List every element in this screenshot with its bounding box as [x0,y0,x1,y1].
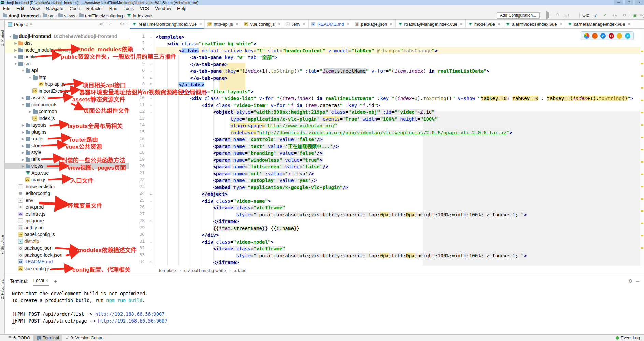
yellow-browser-icon[interactable] [617,33,622,39]
tree-item-index.js[interactable]: JSindex.js [5,115,129,122]
tree-item-node_modules[interactable]: ▶node_moduleslibrary root [5,46,129,53]
warning-stripe-mark[interactable] [641,235,643,236]
tree-item-dist.zip[interactable]: Zdist.zip [5,238,129,245]
tree-item-common[interactable]: ▶common [5,108,129,115]
statusbar-todo[interactable]: ☰6: TODO [5,335,33,341]
close-icon[interactable]: ✕ [559,22,562,26]
editor-breadcrumb-item[interactable]: div.realTime.bg-white [184,268,226,273]
tree-item-public[interactable]: ▶public [5,53,129,60]
menu-tools[interactable]: Tools [120,5,137,12]
fold-marker-icon[interactable]: ⊡ [149,260,152,264]
tree-item-vue.config.js[interactable]: JSvue.config.js [5,265,129,272]
error-stripe[interactable] [640,29,644,266]
git-commit-icon[interactable]: ✓ [603,13,607,18]
warning-stripe-mark[interactable] [641,137,643,138]
menu-code[interactable]: Code [67,5,83,12]
collapse-all-icon[interactable]: ÷ [109,22,111,26]
editor-tab-vue.config.js[interactable]: JSvue.config.js✕ [241,20,283,28]
chevron-right-icon[interactable]: ▶ [21,96,25,100]
tree-item-babel.config.js[interactable]: JSbabel.config.js [5,231,129,238]
coverage-icon[interactable]: ◫ [564,13,569,18]
tool-window-project[interactable]: 1: Project [0,30,4,46]
editor-tab-alarmVideos-index.vue[interactable]: alarmVideos\index.vue✕ [503,20,565,28]
tree-item-http[interactable]: ▼http [5,74,129,81]
locate-file-icon[interactable]: ⊕ [100,22,103,26]
close-icon[interactable]: ✕ [460,22,463,26]
tool-window-structure[interactable]: 7: Structure [0,235,4,255]
tool-window-favorites[interactable]: 2: Favorites [0,279,4,299]
git-update-icon[interactable]: ↙ [594,13,598,18]
tree-item-src[interactable]: ▼src [5,60,129,67]
tree-item-.env.prod[interactable]: ≡.env.prod [5,204,129,210]
warning-stripe-mark[interactable] [641,161,643,163]
statusbar-terminal[interactable]: ›_Terminal [33,335,62,341]
chevron-right-icon[interactable]: ▶ [14,41,17,45]
editor-breadcrumb-item[interactable]: template [159,268,176,273]
warning-stripe-mark[interactable] [641,112,643,113]
tree-item-utils[interactable]: ▶utils [5,156,129,163]
close-icon[interactable]: ✕ [45,278,48,283]
safari-icon[interactable]: e [600,33,606,39]
rollback-icon[interactable]: ↺ [622,13,626,18]
run-icon[interactable] [546,13,549,18]
tree-item-README.md[interactable]: MREADME.md [5,258,129,265]
close-icon[interactable]: ✕ [346,22,349,26]
tree-item-router[interactable]: ▶router [5,135,129,142]
fold-marker-icon[interactable]: ⌄ [149,110,152,113]
gear-icon[interactable]: ⚙ [120,22,124,26]
fold-marker-icon[interactable]: ⌄ [149,247,152,250]
fold-marker-icon[interactable]: ⌄ [149,96,152,100]
menu-edit[interactable]: Edit [13,5,27,12]
close-icon[interactable]: ✕ [235,22,239,26]
breadcrumb-item[interactable]: views [64,13,75,18]
close-icon[interactable]: ✕ [277,22,280,26]
editor-breadcrumb-item[interactable]: a-tabs [234,268,246,273]
statusbar-event-log[interactable]: Event Log [616,336,640,340]
debug-icon[interactable]: ⚇ [556,13,559,17]
close-icon[interactable]: ✕ [389,22,392,26]
editor-tab-model.vue[interactable]: model.vue✕ [466,20,503,28]
chevron-down-icon[interactable]: ▼ [9,35,12,38]
close-button[interactable]: × [635,0,644,5]
warning-stripe-mark[interactable] [641,63,643,64]
editor-tab-cameraManage-index.vue[interactable]: cameraManage\index.vue✕ [565,20,633,28]
tree-item-package.json[interactable]: {}package.json [5,245,129,251]
menu-vcs[interactable]: VCS [137,5,152,12]
menu-run[interactable]: Run [106,5,120,12]
tree-item-auth.json[interactable]: {}auth.json [5,224,129,231]
editor-tab-roadwayManage-index.vue[interactable]: roadwayManage\index.vue✕ [396,20,466,28]
search-everywhere-icon[interactable]: ○╲ [640,13,642,18]
warning-stripe-mark[interactable] [641,87,643,89]
chevron-right-icon[interactable]: ▶ [21,137,25,141]
tree-item-duoji-frontend[interactable]: ▼duoji-frontendD:\zheheWeb\duoji-fronten… [5,33,129,40]
tree-item-views[interactable]: ▶views [5,163,129,169]
menu-window[interactable]: Window [152,5,174,12]
ie-icon[interactable]: e [625,33,630,39]
chevron-down-icon[interactable]: ▼ [21,69,25,72]
fold-marker-icon[interactable]: ⌄ [149,206,152,209]
menu-file[interactable]: File [0,5,13,12]
fold-marker-icon[interactable]: ⌄ [149,42,152,45]
menu-refactor[interactable]: Refactor [83,5,106,12]
terminal-gear-icon[interactable]: ⚙ [628,278,632,284]
tree-item-store[interactable]: ▶store [5,142,129,149]
chevron-down-icon[interactable]: ▼ [21,103,25,107]
minimize-button[interactable]: — [614,0,623,5]
tree-item-main.js[interactable]: JSmain.js [5,176,129,183]
editor-tab-README.md[interactable]: MREADME.md✕ [309,20,352,28]
statusbar-version-control[interactable]: ⇵9: Version Control [62,335,108,341]
tree-item-.editorconfig[interactable]: ⚙.editorconfig [5,190,129,197]
warning-stripe-mark[interactable] [641,124,643,126]
tree-item-http-api.js[interactable]: JShttp-api.js [5,81,129,87]
tree-item-.browserslistrc[interactable]: ≡.browserslistrc [5,183,129,190]
opera-icon[interactable]: O [609,33,614,39]
chevron-right-icon[interactable]: ▶ [21,144,25,148]
warning-stripe-mark[interactable] [641,100,643,101]
tree-item-.env[interactable]: ≡.env [5,197,129,204]
warning-stripe-mark[interactable] [641,75,643,77]
firefox-icon[interactable] [592,33,598,39]
breadcrumb-item[interactable]: src [48,13,54,18]
tree-item-components[interactable]: ▼components [5,101,129,108]
editor-tab-realTimeMonitoring-index.vue[interactable]: realTimeMonitoring\index.vue✕ [130,20,205,28]
editor-tab-package.json[interactable]: {}package.json✕ [352,20,396,28]
